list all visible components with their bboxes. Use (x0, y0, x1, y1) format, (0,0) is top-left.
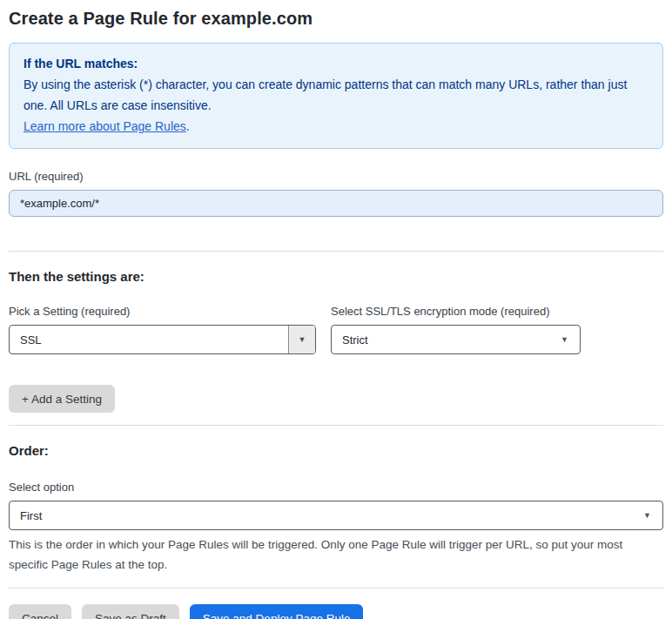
url-field-label: URL (required) (9, 170, 663, 183)
add-setting-row: + Add a Setting (9, 385, 663, 413)
ssl-mode-value: Strict (332, 333, 561, 347)
divider (9, 425, 663, 426)
cancel-button[interactable]: Cancel (9, 604, 71, 619)
pick-setting-column: Pick a Setting (required) SSL ▼ (9, 305, 316, 354)
url-match-info-box: If the URL matches: By using the asteris… (9, 43, 663, 149)
url-input[interactable] (9, 190, 663, 217)
order-help-text: This is the order in which your Page Rul… (9, 535, 653, 575)
ssl-mode-label: Select SSL/TLS encryption mode (required… (331, 305, 581, 318)
order-value: First (10, 509, 643, 522)
ssl-mode-column: Select SSL/TLS encryption mode (required… (331, 305, 581, 354)
save-deploy-button[interactable]: Save and Deploy Page Rule (190, 604, 364, 619)
chevron-down-icon: ▼ (643, 512, 662, 520)
page-title: Create a Page Rule for example.com (9, 9, 663, 29)
settings-section-heading: Then the settings are: (9, 269, 663, 284)
chevron-down-icon: ▼ (561, 336, 580, 344)
page-rule-form: Create a Page Rule for example.com If th… (0, 0, 672, 619)
ssl-mode-dropdown[interactable]: Strict ▼ (331, 325, 581, 354)
pick-setting-value: SSL (10, 333, 288, 347)
dropdown-arrow-box[interactable]: ▼ (288, 326, 315, 353)
order-select-label: Select option (9, 481, 663, 494)
footer-actions: Cancel Save as Draft Save and Deploy Pag… (9, 604, 663, 619)
info-box-heading: If the URL matches: (24, 53, 648, 74)
pick-setting-dropdown[interactable]: SSL ▼ (9, 325, 316, 354)
pick-setting-label: Pick a Setting (required) (9, 305, 316, 318)
divider (9, 251, 663, 252)
chevron-down-icon: ▼ (299, 336, 306, 344)
divider (9, 588, 663, 589)
save-draft-button[interactable]: Save as Draft (82, 604, 179, 619)
learn-more-link[interactable]: Learn more about Page Rules (24, 119, 186, 133)
settings-row: Pick a Setting (required) SSL ▼ Select S… (9, 305, 663, 354)
link-suffix: . (186, 119, 190, 133)
order-section-heading: Order: (9, 443, 663, 458)
info-box-body: By using the asterisk (*) character, you… (24, 74, 648, 116)
add-setting-button[interactable]: + Add a Setting (9, 385, 115, 413)
info-box-link-line: Learn more about Page Rules. (24, 116, 648, 137)
order-dropdown[interactable]: First ▼ (9, 501, 663, 530)
